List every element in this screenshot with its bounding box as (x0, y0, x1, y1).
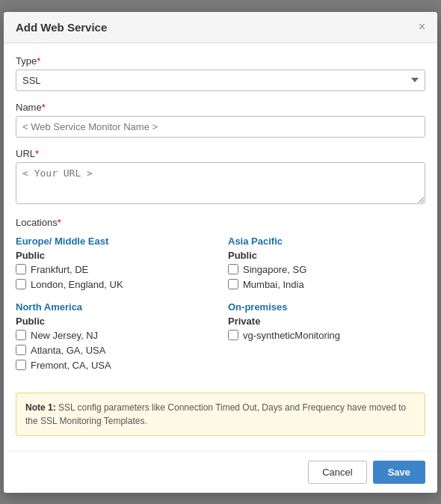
name-input[interactable] (16, 116, 425, 138)
locations-field-group: Locations* Europe/ Middle East Public Fr… (16, 217, 425, 382)
locations-grid: Europe/ Middle East Public Frankfurt, DE… (16, 236, 425, 382)
url-label: URL* (16, 148, 425, 159)
list-item: Mumbai, India (228, 279, 425, 290)
fremont-checkbox[interactable] (16, 360, 26, 370)
modal-footer: Cancel Save (4, 451, 437, 493)
on-premises-region: On-premises Private vg-syntheticMonitori… (228, 301, 425, 375)
save-button[interactable]: Save (373, 461, 425, 484)
locations-label: Locations* (16, 217, 425, 228)
asia-region-title: Asia Pacific (228, 236, 425, 247)
asia-pacific-region: Asia Pacific Public Singapore, SG Mumbai… (228, 236, 425, 294)
mumbai-checkbox[interactable] (228, 279, 238, 289)
type-select[interactable]: SSL HTTP HTTPS FTP SMTP (16, 70, 425, 91)
name-label: Name* (16, 102, 425, 113)
list-item: New Jersey, NJ (16, 330, 213, 341)
new-jersey-checkbox[interactable] (16, 330, 26, 340)
modal-body: Type* SSL HTTP HTTPS FTP SMTP Name* U (4, 43, 437, 451)
europe-middle-east-region: Europe/ Middle East Public Frankfurt, DE… (16, 236, 213, 294)
north-america-region-type: Public (16, 316, 213, 327)
london-label: London, England, UK (31, 279, 123, 290)
list-item: London, England, UK (16, 279, 213, 290)
modal-overlay: Add Web Service × Type* SSL HTTP HTTPS F… (0, 0, 441, 504)
atlanta-label: Atlanta, GA, USA (31, 345, 105, 356)
london-checkbox[interactable] (16, 279, 26, 289)
on-premises-region-title: On-premises (228, 301, 425, 313)
europe-region-type: Public (16, 250, 213, 261)
new-jersey-label: New Jersey, NJ (31, 330, 98, 341)
type-field-group: Type* SSL HTTP HTTPS FTP SMTP (16, 55, 425, 91)
add-web-service-modal: Add Web Service × Type* SSL HTTP HTTPS F… (4, 12, 437, 493)
modal-title: Add Web Service (16, 21, 107, 34)
on-premises-region-type: Private (228, 316, 425, 327)
singapore-checkbox[interactable] (228, 264, 238, 274)
list-item: vg-syntheticMonitoring (228, 330, 425, 341)
url-field-group: URL* (16, 148, 425, 206)
frankfurt-label: Frankfurt, DE (31, 264, 88, 275)
note-box: Note 1: SSL config parameters like Conne… (16, 393, 425, 436)
cancel-button[interactable]: Cancel (308, 461, 366, 484)
frankfurt-checkbox[interactable] (16, 264, 26, 274)
list-item: Atlanta, GA, USA (16, 345, 213, 356)
north-america-region-title: North America (16, 301, 213, 313)
note-text: SSL config parameters like Connection Ti… (25, 402, 406, 426)
atlanta-checkbox[interactable] (16, 345, 26, 355)
asia-region-type: Public (228, 250, 425, 261)
mumbai-label: Mumbai, India (243, 279, 304, 290)
note-label: Note 1: (25, 402, 56, 413)
fremont-label: Fremont, CA, USA (31, 360, 111, 371)
list-item: Fremont, CA, USA (16, 360, 213, 371)
close-button[interactable]: × (419, 21, 425, 33)
type-label: Type* (16, 55, 425, 67)
vg-synthetic-label: vg-syntheticMonitoring (243, 330, 340, 341)
vg-synthetic-checkbox[interactable] (228, 330, 238, 340)
url-input[interactable] (16, 162, 425, 204)
singapore-label: Singapore, SG (243, 264, 306, 275)
list-item: Frankfurt, DE (16, 264, 213, 275)
list-item: Singapore, SG (228, 264, 425, 275)
modal-header: Add Web Service × (4, 12, 437, 43)
north-america-region: North America Public New Jersey, NJ Atla… (16, 301, 213, 375)
name-field-group: Name* (16, 102, 425, 138)
europe-region-title: Europe/ Middle East (16, 236, 213, 247)
